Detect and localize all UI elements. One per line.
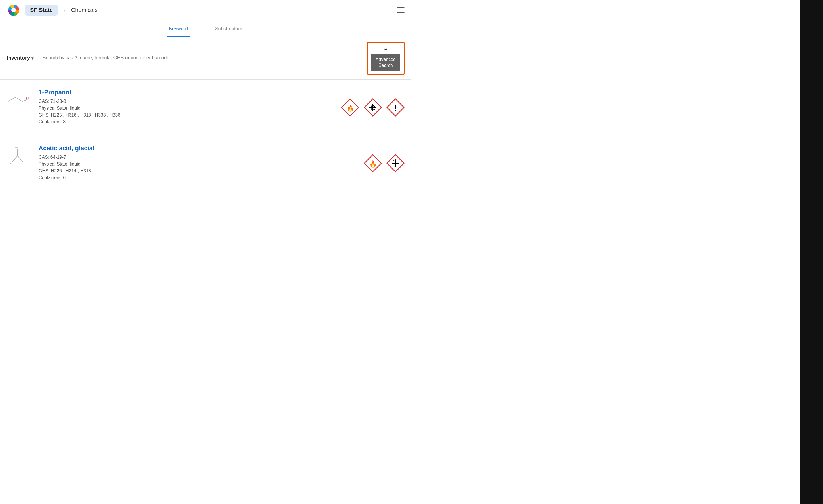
molecule-structure-acetic: O O H: [7, 145, 29, 167]
menu-icon[interactable]: [397, 7, 404, 13]
search-input-wrap: [42, 53, 360, 63]
advanced-search-button[interactable]: AdvancedSearch: [371, 54, 400, 71]
tabs: Keyword Substructure: [0, 20, 412, 37]
tab-substructure[interactable]: Substructure: [213, 20, 244, 37]
chem-info-acetic: Acetic acid, glacial CAS: 64-19-7 Physic…: [39, 145, 355, 182]
svg-point-1: [11, 8, 16, 12]
ghs-icons-propanol: 🔥 ⚠ !: [341, 98, 404, 116]
hamburger-line-1: [397, 7, 404, 8]
search-area: Keyword Substructure Inventory ▾ ⌄ Advan…: [0, 20, 412, 79]
sfstate-badge: SF State: [25, 5, 58, 16]
app-logo: [7, 3, 20, 17]
ghs-flame-icon: 🔥: [341, 98, 359, 116]
inventory-dropdown[interactable]: Inventory ▾: [7, 55, 33, 61]
header: SF State › Chemicals: [0, 0, 412, 20]
chem-cas-acetic: CAS: 64-19-7: [39, 155, 355, 160]
ghs-health-icon: ⚠: [364, 98, 382, 116]
chemical-item-acetic[interactable]: O O H Acetic acid, glacial CAS: 64-19-7 …: [0, 136, 412, 191]
svg-line-15: [12, 156, 18, 162]
breadcrumb-text: Chemicals: [71, 7, 98, 13]
dropdown-arrow-icon: ▾: [31, 56, 33, 60]
chem-containers-propanol: Containers: 3: [39, 119, 332, 124]
chemical-list: OH 1-Propanol CAS: 71-23-8 Physical Stat…: [0, 80, 412, 191]
chem-ghs-propanol: GHS: H225 , H316 , H318 , H333 , H336: [39, 112, 332, 117]
search-input[interactable]: [42, 53, 360, 63]
chem-state-acetic: Physical State: liquid: [39, 162, 355, 167]
chemical-item-propanol[interactable]: OH 1-Propanol CAS: 71-23-8 Physical Stat…: [0, 80, 412, 136]
svg-text:O: O: [10, 162, 12, 165]
svg-line-2: [8, 97, 15, 101]
chevron-down-icon[interactable]: ⌄: [383, 45, 388, 52]
svg-text:🔥: 🔥: [369, 160, 377, 168]
svg-text:OH: OH: [26, 96, 29, 99]
chem-cas-propanol: CAS: 71-23-8: [39, 99, 332, 104]
chem-ghs-acetic: GHS: H226 , H314 , H318: [39, 168, 355, 174]
chem-name-propanol[interactable]: 1-Propanol: [39, 89, 332, 96]
filter-bar: Inventory ▾ ⌄ AdvancedSearch: [0, 37, 412, 79]
svg-line-3: [15, 97, 22, 101]
chem-state-propanol: Physical State: liquid: [39, 106, 332, 111]
ghs-health-icon-acetic: [386, 154, 404, 172]
header-left: SF State › Chemicals: [7, 3, 98, 17]
svg-text:!: !: [394, 103, 397, 112]
hamburger-line-3: [397, 12, 404, 13]
svg-line-16: [18, 156, 23, 162]
chem-containers-acetic: Containers: 6: [39, 175, 355, 180]
chem-name-acetic[interactable]: Acetic acid, glacial: [39, 145, 355, 152]
tab-keyword[interactable]: Keyword: [167, 20, 190, 37]
ghs-flame-icon-acetic: 🔥: [364, 154, 382, 172]
svg-line-4: [22, 99, 27, 101]
advanced-search-box: ⌄ AdvancedSearch: [367, 42, 404, 74]
molecule-structure-propanol: OH: [7, 89, 29, 111]
ghs-icons-acetic: 🔥: [364, 154, 404, 172]
svg-text:🔥: 🔥: [346, 104, 354, 112]
hamburger-line-2: [397, 10, 404, 10]
breadcrumb-chevron: ›: [63, 7, 65, 13]
inventory-label: Inventory: [7, 55, 30, 61]
svg-text:H: H: [15, 146, 17, 148]
chem-info-propanol: 1-Propanol CAS: 71-23-8 Physical State: …: [39, 89, 332, 126]
ghs-exclamation-icon: !: [386, 98, 404, 116]
